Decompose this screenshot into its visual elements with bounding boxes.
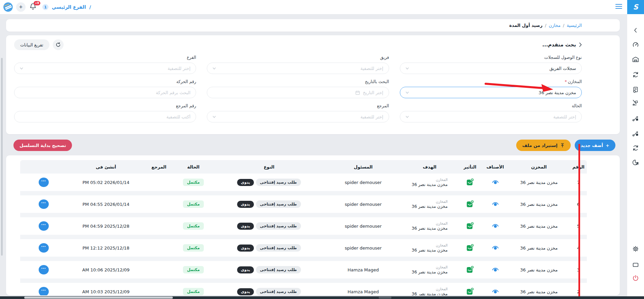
horizontal-scrollbar-thumb[interactable] [24,297,173,299]
header-created-at: أنشئ فى [67,164,145,170]
field-label: رقم المرجع [176,103,196,108]
cell-effect [457,287,483,296]
clear-data-button[interactable]: تفريغ البيانات [14,39,49,50]
view-items-eye-icon[interactable] [492,289,499,294]
branch-select[interactable]: إختر للتصفية [14,63,196,74]
stock-in-icon [466,178,474,186]
breadcrumb-home-link[interactable]: الرئيسية [567,23,582,28]
workflow-in-icon[interactable] [632,129,640,138]
cell-target: المخازنمخزن مدينة نصر 36 [402,243,457,253]
team-select[interactable]: إختر للتصفية [207,63,389,74]
advanced-search-toggle[interactable]: بحث متقدم... [542,42,582,48]
row-more-actions-button[interactable]: ••• [39,287,49,295]
cell-warehouse: مخزن مدينة نصر 36 [508,289,570,294]
row-more-actions-button[interactable]: ••• [39,265,49,274]
horizontal-scrollbar-thumb-secondary[interactable] [379,297,391,299]
warehouse-icon[interactable] [632,55,640,64]
collapse-chevron-icon[interactable] [632,26,640,34]
cell-actions: ••• [20,178,67,187]
notification-count-badge: +9 [34,1,40,5]
cell-effect [457,244,483,253]
chevron-down-icon [406,116,409,118]
view-items-eye-icon[interactable] [492,201,499,207]
invoice-icon[interactable] [632,86,640,94]
stock-in-icon [466,287,474,295]
cell-warehouse: مخزن مدينة نصر 36 [508,246,570,251]
display-icon[interactable] [632,261,640,269]
power-icon[interactable] [632,274,640,282]
import-from-file-button[interactable]: إستيراد من ملف [516,140,571,151]
cell-created-at: AM 10:06 2025/12/09 [67,267,145,272]
access-type-select[interactable]: سجلات الفريق [400,63,582,74]
field-label: الحالة [572,103,582,108]
dashboard-gauge-icon[interactable] [632,41,640,49]
settings-gear-icon[interactable] [632,245,640,253]
cell-status: مكتمل [173,200,214,208]
manual-tag-badge: يدوى [237,223,254,230]
chevron-down-icon [213,116,216,118]
fix-sequence-button[interactable]: تصحيح بداية التسلسل [13,140,72,151]
reference-number-input[interactable] [14,111,196,122]
type-badge: طلب رصيد إفتتاحى [256,179,301,186]
header-items: الأصناف [483,164,508,170]
header-status: الحالة [173,164,214,170]
row-more-actions-button[interactable]: ••• [39,199,49,209]
refresh-icon [55,42,61,47]
movement-number-input[interactable] [14,87,196,98]
refresh-icon[interactable] [632,144,640,152]
header-warehouse: المخزن [508,164,570,170]
cell-target: المخازنمخزن مدينة نصر 36 [402,221,457,231]
reference-select[interactable]: إختر للتصفية [207,111,389,122]
header-owner: المسئول [325,164,402,170]
cell-effect [457,200,483,209]
row-more-actions-button[interactable]: ••• [39,243,49,253]
status-select[interactable]: إختر للتصفية [400,111,582,122]
view-items-eye-icon[interactable] [492,223,499,228]
sync-icon[interactable] [632,71,640,79]
table-body: 7 مخزن مدينة نصر 36 المخازنمخزن مدينة نص… [20,174,587,295]
row-more-actions-button[interactable]: ••• [39,221,49,231]
manual-tag-badge: يدوى [237,179,254,186]
view-items-eye-icon[interactable] [492,267,499,272]
filter-status: الحالة إختر للتصفية [400,103,582,122]
cell-type: طلب رصيد إفتتاحىيدوى [214,222,325,230]
cell-items [483,179,508,186]
reports-pie-icon[interactable] [632,158,640,166]
horizontal-scrollbar-track[interactable] [0,296,644,299]
app-logo[interactable]: S [627,0,644,14]
filter-reference-number: رقم المرجع [14,103,196,122]
vertical-scrollbar[interactable] [1,58,3,256]
cell-type: طلب رصيد إفتتاحىيدوى [214,200,325,208]
field-label: نوع الوصول للسجلات [544,55,582,60]
annotation-vertical-line [578,144,580,296]
manual-tag-badge: يدوى [237,288,254,295]
menu-toggle-button[interactable] [615,3,622,11]
cell-type: طلب رصيد إفتتاحىيدوى [214,179,325,186]
cell-status: مكتمل [173,244,214,252]
hamburger-icon [615,3,622,9]
view-items-eye-icon[interactable] [492,245,499,250]
cell-effect [457,265,483,274]
add-new-button[interactable]: + أضف جديد [575,140,615,151]
field-label: البحث بالتاريخ [365,79,389,84]
breadcrumb-warehouses-link[interactable]: مخازن [549,23,561,28]
row-more-actions-button[interactable]: ••• [39,178,49,187]
annotation-arrow [484,81,556,94]
filter-team: فريق إختر للتصفية [207,55,389,74]
date-picker[interactable]: إختر التاريخ [207,87,389,98]
status-badge: مكتمل [183,288,204,295]
cell-created-at: PM 04:55 2026/01/14 [67,202,145,207]
status-badge: مكتمل [183,266,204,273]
table-row: 2 مخزن مدينة نصر 36 المخازنمخزن مدينة نص… [20,283,587,295]
cell-owner: Hamza Maged [325,267,402,272]
notifications-button[interactable]: +9 [29,2,39,12]
view-items-eye-icon[interactable] [492,179,499,185]
refresh-filters-button[interactable] [53,39,64,50]
header-effect: التأثير [457,164,483,170]
cell-items [483,289,508,295]
cell-actions: ••• [20,221,67,231]
workflow-out-icon[interactable] [632,114,640,122]
current-branch-label[interactable]: الفرع الرئيسي [52,4,86,10]
quick-add-button[interactable]: + [16,2,26,12]
shipment-trolley-icon[interactable] [632,99,640,107]
